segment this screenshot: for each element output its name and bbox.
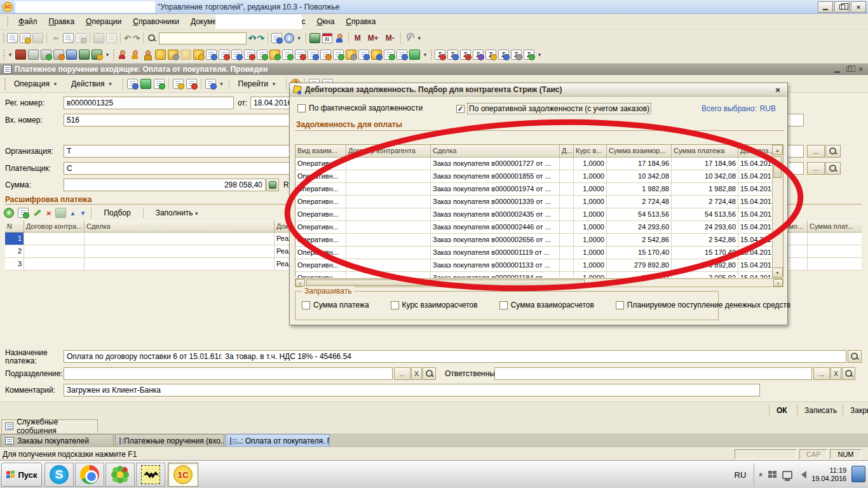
- search-icon[interactable]: [147, 33, 157, 43]
- save-button[interactable]: Записать: [801, 405, 841, 416]
- show-hidden-icons[interactable]: «: [757, 473, 765, 477]
- search-input[interactable]: [159, 33, 254, 44]
- language-indicator[interactable]: RU: [731, 466, 750, 484]
- purpose-search-button[interactable]: [848, 350, 862, 363]
- division-search-button[interactable]: [423, 367, 436, 380]
- skype-taskbar-button[interactable]: S: [44, 463, 74, 487]
- minimize-button[interactable]: [818, 1, 833, 13]
- col-header-payment[interactable]: Сумма плат...: [808, 220, 862, 233]
- tray-windows-icon[interactable]: [768, 471, 777, 479]
- memory-m-button[interactable]: M: [352, 34, 363, 43]
- responsible-clear-button[interactable]: X: [831, 367, 841, 380]
- payer-search-button[interactable]: [825, 162, 841, 175]
- coins-disabled-icon[interactable]: [180, 50, 191, 60]
- percent-doc-icon[interactable]: [384, 50, 395, 60]
- scroll-right-icon[interactable]: ›: [773, 279, 783, 287]
- menu-item[interactable]: Справочники: [127, 15, 185, 28]
- payment-in-doc-icon[interactable]: [282, 50, 293, 60]
- col-header-deal[interactable]: Сделка: [431, 145, 560, 158]
- post-document-icon[interactable]: [127, 79, 138, 89]
- show-desktop-button[interactable]: [851, 466, 865, 482]
- report-debt-icon[interactable]: Σ: [473, 50, 484, 60]
- request-checkbox[interactable]: Сумма платежа: [302, 301, 369, 309]
- debt-table-row[interactable]: Оперативн... Заказ покупателя в000000111…: [295, 247, 773, 259]
- calc-edit-icon[interactable]: [92, 50, 102, 60]
- undo-icon[interactable]: ↶: [248, 34, 255, 43]
- menu-item[interactable]: Правка: [43, 15, 81, 28]
- person-doc-icon[interactable]: [397, 50, 407, 60]
- start-button[interactable]: Пуск: [1, 463, 42, 487]
- save-icon[interactable]: [32, 33, 43, 43]
- actual-debt-checkbox[interactable]: По фактической задолженности: [297, 104, 423, 112]
- operation-menu-button[interactable]: Операция ▾: [9, 77, 64, 91]
- close-form-button[interactable]: Закрыть: [846, 405, 868, 416]
- close-button[interactable]: ×: [851, 1, 866, 13]
- paste-icon[interactable]: [76, 33, 86, 43]
- search-combo[interactable]: ▾: [159, 32, 247, 44]
- printer-icon[interactable]: [28, 50, 39, 60]
- col-header-contract[interactable]: Договор контрагента: [346, 145, 431, 158]
- responsible-select-button[interactable]: ...: [813, 367, 830, 380]
- chrome-taskbar-button[interactable]: [75, 463, 104, 487]
- mdi-restore-icon[interactable]: [846, 67, 852, 72]
- speaker-icon[interactable]: [797, 471, 806, 478]
- ok-button[interactable]: ОК: [773, 405, 791, 416]
- info-icon[interactable]: i: [284, 33, 294, 43]
- back-icon[interactable]: ↶: [124, 34, 131, 43]
- icq-taskbar-button[interactable]: [105, 463, 135, 487]
- window-titlebar[interactable]: 1С "Управление торговлей", редакция 10.3…: [0, 0, 868, 14]
- division-field[interactable]: [64, 367, 393, 380]
- copy-add-icon[interactable]: [154, 79, 165, 89]
- forward-icon[interactable]: ↷: [133, 34, 140, 43]
- send-icon[interactable]: [205, 79, 216, 89]
- report-summary-icon[interactable]: Σ: [511, 50, 522, 60]
- mdi-close-icon[interactable]: ×: [858, 65, 863, 74]
- scroll-thumb[interactable]: [773, 156, 782, 178]
- fill-menu-button[interactable]: Заполнить ▾: [149, 206, 205, 220]
- scroll-left-icon[interactable]: ‹: [295, 279, 305, 287]
- purchase-doc-icon[interactable]: [231, 50, 242, 60]
- report-orders-icon[interactable]: Σ: [485, 50, 496, 60]
- dialog-close-button[interactable]: ×: [772, 85, 783, 95]
- open-icon[interactable]: [20, 33, 31, 43]
- reg-number-field[interactable]: [64, 97, 234, 109]
- exchange-doc-icon[interactable]: [320, 50, 331, 60]
- debt-table-row[interactable]: Оперативн... Заказ покупателя в000000243…: [295, 208, 773, 221]
- date-field[interactable]: [250, 97, 294, 109]
- menu-item[interactable]: Операции: [80, 15, 127, 28]
- col-header-deal[interactable]: Сделка: [85, 220, 275, 233]
- counterparties-icon[interactable]: [66, 50, 77, 60]
- small-coins-icon[interactable]: [193, 50, 204, 60]
- calendar-icon[interactable]: 31: [322, 33, 332, 43]
- tab-current-payment[interactable]: ...: Оплата от покупателя. П...: [226, 434, 330, 447]
- memory-m-plus-button[interactable]: M+: [365, 34, 381, 43]
- col-header-rate[interactable]: Курс в...: [574, 145, 607, 158]
- return-doc-icon[interactable]: [219, 50, 229, 60]
- tab-payment-orders[interactable]: Платежные поручения (вхо...: [115, 434, 224, 447]
- debt-table-row[interactable]: Оперативн... Заказ покупателя в000000172…: [295, 158, 773, 170]
- division-clear-button[interactable]: X: [411, 367, 422, 380]
- refresh-icon[interactable]: [140, 79, 151, 89]
- menu-item[interactable]: Окна: [311, 15, 340, 28]
- memory-m-minus-button[interactable]: M-: [383, 34, 397, 43]
- col-header-type[interactable]: Вид взаим...: [295, 145, 346, 158]
- coin-minus-icon[interactable]: [346, 50, 356, 60]
- new-document-icon[interactable]: [7, 33, 18, 43]
- col-header-payment[interactable]: Сумма платежа: [672, 145, 738, 158]
- report-check-icon[interactable]: Σ: [524, 50, 534, 60]
- debt-table-row[interactable]: Оперативн... Заказ покупателя в000000265…: [295, 234, 773, 247]
- menu-item[interactable]: Файл: [13, 15, 43, 28]
- menu-item[interactable]: Справка: [340, 15, 381, 28]
- scroll-down-icon[interactable]: ▼: [772, 268, 783, 278]
- payment-out-doc-icon[interactable]: [295, 50, 306, 60]
- scroll-up-icon[interactable]: ▲: [772, 145, 783, 155]
- printer-settings-icon[interactable]: [53, 50, 64, 60]
- coins-out-icon[interactable]: [186, 79, 197, 89]
- thebat-taskbar-button[interactable]: [136, 463, 165, 487]
- shipment-doc-icon[interactable]: [257, 50, 268, 60]
- operational-debt-checkbox[interactable]: ✓ По оперативной задолженности (с учетом…: [456, 104, 651, 114]
- move-up-icon[interactable]: ▲: [70, 210, 76, 217]
- debt-table-row[interactable]: Оперативн... Заказ покупателя в000000197…: [295, 183, 773, 196]
- overflow-dropdown-icon[interactable]: ▾: [7, 51, 13, 58]
- vertical-scrollbar[interactable]: ▲ ▼: [772, 145, 783, 278]
